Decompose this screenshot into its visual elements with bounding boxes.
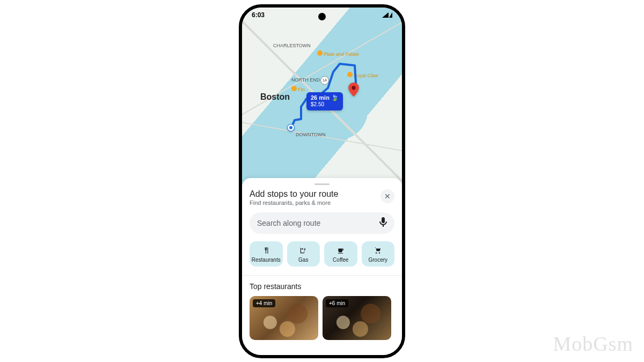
svg-point-0 [352,86,355,90]
divider [242,275,402,276]
close-button[interactable]: ✕ [380,189,394,203]
gas-icon [299,246,307,255]
chip-coffee[interactable]: Coffee [324,241,357,267]
bottom-sheet: Add stops to your route Find restaurants… [242,178,402,355]
camera-hole [318,13,326,20]
search-input[interactable]: Search along route [250,212,394,234]
watermark: MobGsm [553,332,633,356]
section-title: Top restaurants [250,282,394,291]
phone-frame: 6:03 CHARLESTOWN NORTH END DOWNTOWN Bost… [239,4,405,358]
battery-icon [389,12,392,18]
drag-handle[interactable] [314,183,330,185]
mic-icon[interactable] [379,217,387,228]
close-icon: ✕ [384,192,391,201]
restaurant-icon [262,246,270,255]
detour-time: +4 min [253,299,275,307]
chip-grocery[interactable]: Grocery [362,241,395,267]
sheet-subtitle: Find restaurants, parks & more [250,200,338,206]
route-time: 26 min [311,94,330,101]
sheet-title: Add stops to your route [250,189,338,199]
leaf-icon: 🍃 [331,94,339,101]
route-info-badge[interactable]: 26 min 🍃 $2.50 [306,92,343,110]
detour-time: +6 min [326,299,348,307]
category-chips: Restaurants Gas Coffee Grocery [250,241,394,267]
signal-icon [382,12,389,18]
destination-pin[interactable] [348,83,359,93]
search-placeholder: Search along route [257,219,320,227]
coffee-icon [337,246,345,255]
restaurant-card[interactable]: +4 min [250,296,318,340]
chip-restaurants[interactable]: Restaurants [250,241,283,267]
map[interactable]: CHARLESTOWN NORTH END DOWNTOWN Boston 1A… [242,8,402,184]
chip-gas[interactable]: Gas [287,241,320,267]
origin-marker[interactable] [288,124,294,131]
status-time: 6:03 [252,11,265,19]
cart-icon [374,246,382,255]
restaurant-cards[interactable]: +4 min +6 min [250,296,394,340]
restaurant-card[interactable]: +6 min [323,296,391,340]
route-price: $2.50 [311,101,339,108]
